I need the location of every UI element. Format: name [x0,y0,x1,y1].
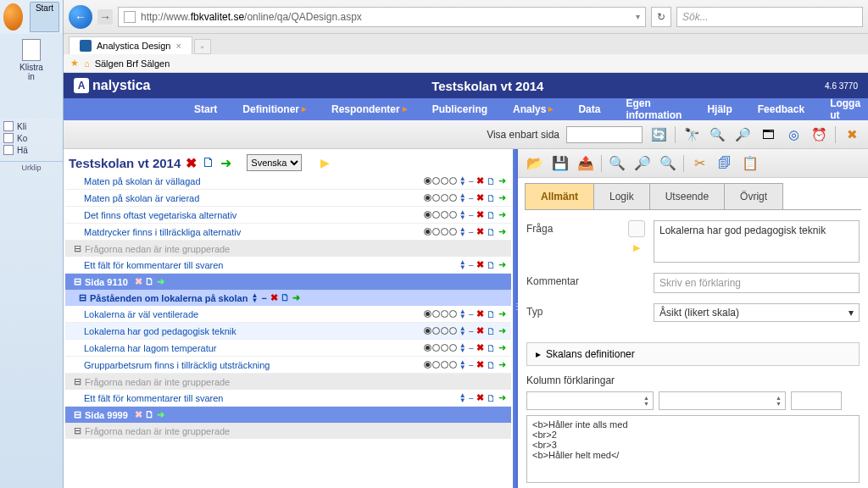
arrow-right-icon[interactable]: ➜ [220,155,231,171]
delete-icon[interactable]: ✖ [476,209,484,220]
delete-icon[interactable]: ✖ [476,192,484,203]
office-copy[interactable]: Ko [3,132,59,144]
group-header[interactable]: ⊟Frågorna nedan är inte grupperade [65,374,511,390]
document-icon[interactable]: 🗋 [281,292,290,303]
document-icon[interactable]: 🗋 [487,360,496,370]
move-arrows[interactable]: ▲▼ [251,293,258,303]
arrow-right-icon[interactable]: ➜ [157,409,164,420]
collapse-box-icon[interactable]: ⊟ [74,243,81,254]
language-select[interactable]: Svenska [247,154,302,171]
open-icon[interactable]: 📂 [525,153,545,174]
question-row[interactable]: Ett fält för kommentarer till svaren▲▼ −… [65,390,511,407]
delete-icon[interactable]: ✖ [476,175,484,186]
delete-icon[interactable]: ✖ [476,325,484,336]
menu-hjälp[interactable]: Hjälp [695,100,743,119]
move-arrows[interactable]: ▲▼ [459,260,466,270]
find-special-icon[interactable]: 🔍 [658,153,678,174]
spinner-icon[interactable]: ▲▼ [643,395,649,407]
delete-icon[interactable]: ✖ [476,308,484,319]
page-header[interactable]: ⊟Sida 9999✖🗋➜ [65,407,511,423]
move-arrows[interactable]: ▲▼ [459,360,466,370]
collapse-icon[interactable]: − [261,293,266,303]
refresh-icon[interactable]: 🔄 [649,125,668,144]
question-row[interactable]: Lokalerna är väl ventilerade ▲▼ − ✖🗋➜ [65,306,511,323]
url-bar[interactable]: http://www.fbkvalitet.se/online/qa/QADes… [118,7,646,27]
question-row[interactable]: Ett fält för kommentarer till svaren▲▼ −… [65,257,511,274]
fraga-field[interactable]: Lokalerna har god pedagogisk teknik [654,220,860,263]
arrow-right-icon[interactable]: ➜ [498,175,506,186]
document-icon[interactable]: 🗋 [487,393,496,403]
delete-icon[interactable]: ✖ [186,155,197,171]
question-row[interactable]: Matdrycker finns i tillräckliga alternat… [65,224,511,241]
question-row[interactable]: Det finns oftast vegetariska alternativ … [65,207,511,224]
collapse-box-icon[interactable]: ⊟ [79,292,86,303]
window-icon[interactable]: 🗔 [759,125,777,144]
move-arrows[interactable]: ▲▼ [459,393,466,403]
arrow-right-icon[interactable]: ➜ [498,259,506,270]
delete-icon[interactable]: ✖ [476,392,484,403]
question-row[interactable]: Maten på skolan är varierad ▲▼ − ✖🗋➜ [65,190,511,207]
delete-icon[interactable]: ✖ [135,276,142,287]
arrow-right-icon[interactable]: ➜ [498,342,506,353]
question-row[interactable]: Maten på skolan är vällagad ▲▼ − ✖🗋➜ [65,173,511,190]
document-icon[interactable]: 🗋 [487,227,496,237]
menu-data[interactable]: Data [566,100,612,119]
tab-close-icon[interactable]: × [175,41,181,51]
menu-definitioner[interactable]: Definitioner▶ [231,100,318,119]
kolumn-box-3[interactable] [791,391,842,410]
arrow-right-icon[interactable]: ➜ [498,209,506,220]
menu-analys[interactable]: Analys▶ [501,100,565,119]
arrow-right-icon[interactable]: ➜ [498,192,506,203]
move-arrows[interactable]: ▲▼ [459,227,466,237]
browser-search[interactable]: Sök... [676,7,863,27]
delete-icon[interactable]: ✖ [476,359,484,370]
question-row[interactable]: Lokalerna har god pedagogisk teknik ▲▼ −… [65,323,511,340]
document-icon[interactable]: 🗋 [487,193,496,203]
collapse-icon[interactable]: − [469,260,474,270]
tab-övrigt[interactable]: Övrigt [724,183,783,209]
typ-select[interactable]: Åsikt (likert skala)▾ [654,303,860,322]
document-icon[interactable]: 🗋 [487,260,496,270]
collapse-icon[interactable]: − [469,393,474,403]
office-tab-start[interactable]: Start [30,2,59,32]
delete-icon[interactable]: ✖ [476,342,484,353]
arrow-right-icon[interactable]: ➜ [498,325,506,336]
kommentar-field[interactable]: Skriv en förklaring [654,273,860,293]
fraga-toggle[interactable] [628,220,645,237]
find-next-icon[interactable]: 🔎 [632,153,653,174]
move-arrows[interactable]: ▲▼ [459,343,466,353]
back-button[interactable]: ← [69,5,92,29]
arrow-right-icon[interactable]: ➜ [498,392,506,403]
paste-icon[interactable]: 📋 [740,153,760,174]
scale-text-area[interactable]: <b>Håller inte alls med <br>2 <br>3 <b>H… [526,415,860,483]
collapse-box-icon[interactable]: ⊟ [74,376,81,387]
question-row[interactable]: Grupparbetsrum finns i tillräcklig utstr… [65,357,511,374]
question-row[interactable]: Lokalerna har lagom temperatur ▲▼ − ✖🗋➜ [65,340,511,357]
menu-respondenter[interactable]: Respondenter▶ [320,100,419,119]
move-arrows[interactable]: ▲▼ [459,326,466,336]
new-tab-button[interactable]: ▫ [194,39,211,54]
accordion-skalans[interactable]: ▸ Skalans definitioner [526,342,860,366]
paste-button[interactable]: Klistra in [3,37,59,83]
zoom-in-icon[interactable]: 🔍 [708,125,726,144]
section-header[interactable]: ⊟Påståenden om lokalerna på skolan▲▼ − ✖… [65,290,511,306]
binoculars-icon[interactable]: 🔭 [682,125,701,144]
arrow-right-icon[interactable]: ➜ [157,276,164,287]
delete-icon[interactable]: ✖ [135,409,142,420]
group-header[interactable]: ⊟Frågorna nedan är inte grupperade [65,241,511,257]
menu-start[interactable]: Start [182,100,229,119]
clone-icon[interactable]: ◎ [784,125,803,144]
arrow-right-icon[interactable]: ➜ [292,292,300,303]
spinner-icon[interactable]: ▲▼ [776,395,782,407]
document-icon[interactable]: 🗋 [487,326,496,336]
browser-tab[interactable]: Analystica Design × [69,36,192,54]
collapse-box-icon[interactable]: ⊟ [74,276,81,287]
kolumn-box-1[interactable]: ▲▼ [526,391,654,410]
tools-icon[interactable]: ✖ [843,125,861,144]
collapse-icon[interactable]: − [469,326,474,336]
move-arrows[interactable]: ▲▼ [459,210,466,220]
office-format[interactable]: Hä [3,144,59,156]
tab-allmänt[interactable]: Allmänt [525,183,594,209]
cut-icon[interactable]: ✂ [689,153,709,174]
menu-publicering[interactable]: Publicering [420,100,499,119]
